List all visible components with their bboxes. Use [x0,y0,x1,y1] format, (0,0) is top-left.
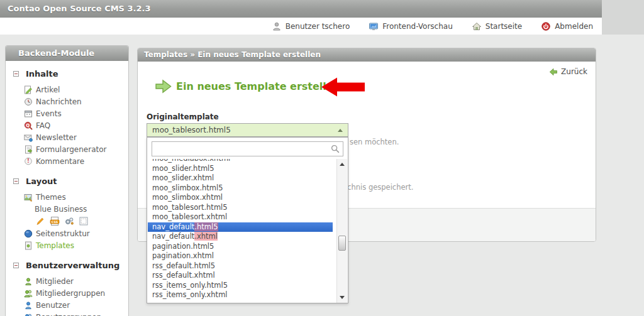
menu-frontend-preview-label: Frontend-Vorschau [382,22,453,31]
template-dropdown: moo_mediabox.xhtml moo_slider.html5 moo_… [147,137,348,303]
home-icon [472,21,482,31]
sidebar-group-benutzerverwaltung: Benutzerverwaltung Mitglieder Mitglieder… [13,260,128,316]
originaltemplate-label: Originaltemplate [147,112,219,121]
sidebar-item-formulargenerator[interactable]: Formulargenerator [24,143,128,155]
sidebar-item-events[interactable]: Events [24,107,128,119]
template-option[interactable]: moo_tablesort.xhtml [148,212,333,222]
highlighted-extension: .html5 [194,222,218,231]
template-option[interactable]: nav_default.xhtml [148,232,333,242]
menu-user-label: Benutzer tschero [286,22,350,31]
member-icon [24,277,33,286]
back-arrow-icon [549,68,558,76]
theme-actions-row: CSS [35,215,128,227]
sidebar-item-mitglieder[interactable]: Mitglieder [24,275,128,287]
dropdown-scrollbar[interactable] [336,159,347,303]
chevron-up-icon [338,129,343,132]
help-text-fragment: ichnis gespeichert. [345,183,413,192]
comments-icon: ! [24,157,33,166]
user-group-blue-icon [24,313,33,316]
template-option[interactable]: rss_default.html5 [148,261,333,271]
template-icon [24,241,33,250]
template-option-selected[interactable]: nav_default.html5 [148,222,333,232]
group-header-inhalte[interactable]: Inhalte [13,68,128,79]
page-layout-icon[interactable] [79,216,89,226]
form-icon [24,145,33,154]
collapse-minus-icon[interactable] [13,178,19,184]
window-title-bar: Contao Open Source CMS 3.2.3 [0,0,602,18]
sidebar-title: Backend-Module [6,46,128,61]
template-option[interactable]: moo_slider.xhtml [148,173,333,183]
sidebar-item-faq[interactable]: Q FAQ [24,119,128,131]
power-icon [541,21,551,31]
globe-icon [24,229,33,238]
headline-text: Ein neues Template erstellen [176,80,340,92]
newsletter-icon [24,133,33,142]
backend-module-panel: Backend-Module Inhalte Artikel Nachricht… [5,45,129,316]
template-option[interactable]: rss_items_only.xhtml [148,290,333,300]
scroll-up-icon[interactable] [340,163,345,166]
sidebar-item-newsletter[interactable]: Newsletter [24,131,128,143]
red-annotation-arrow [321,77,365,97]
sidebar-item-nachrichten[interactable]: Nachrichten [24,95,128,107]
new-template-arrow-icon [155,78,172,95]
template-option-list: moo_mediabox.xhtml moo_slider.html5 moo_… [148,159,333,303]
modules-gears-icon[interactable] [64,216,74,226]
edit-pencil-icon[interactable] [35,216,45,226]
member-group-icon [24,289,33,298]
group-label: Benutzerverwaltung [26,261,119,270]
originaltemplate-select[interactable]: moo_tablesort.html5 [147,123,348,137]
sidebar-group-layout: Layout Themes Blue Business CSS [13,176,128,251]
app-title: Contao Open Source CMS 3.2.3 [8,4,151,13]
sidebar-item-benutzergruppen[interactable]: Benutzergruppen [24,311,128,316]
menu-logout-label: Abmelden [555,22,593,31]
sidebar-item-theme-blue-business[interactable]: Blue Business [35,203,128,215]
sidebar-item-mitgliedergruppen[interactable]: Mitgliedergruppen [24,287,128,299]
template-option[interactable]: moo_slider.html5 [148,164,333,174]
group-header-benutzerverwaltung[interactable]: Benutzerverwaltung [13,260,128,270]
menu-home-label: Startseite [486,22,522,31]
template-option[interactable]: moo_mediabox.xhtml [148,159,333,164]
scrollbar-thumb[interactable] [338,236,346,251]
page-headline: Ein neues Template erstellen [155,78,340,95]
template-option[interactable]: pagination.xhtml [148,251,333,261]
svg-text:Q: Q [26,123,30,128]
template-search-input[interactable] [152,141,343,156]
back-link[interactable]: Zurück [549,67,587,76]
calendar-icon [24,109,33,118]
collapse-minus-icon[interactable] [13,263,19,268]
contao-backend: Contao Open Source CMS 3.2.3 Benutzer ts… [0,0,644,316]
template-option[interactable]: pagination.html5 [148,242,333,252]
news-icon [24,97,33,106]
article-icon [24,85,33,94]
user-blue-icon [24,301,33,310]
collapse-minus-icon[interactable] [13,71,19,77]
breadcrumb: Templates » Ein neues Template erstellen [138,48,596,62]
sidebar-item-themes[interactable]: Themes [24,191,128,203]
template-option[interactable]: moo_slimbox.html5 [148,183,333,193]
sidebar-item-artikel[interactable]: Artikel [24,84,128,95]
sidebar-item-seitenstruktur[interactable]: Seitenstruktur [24,227,128,239]
monitor-icon [369,21,379,31]
menu-frontend-preview[interactable]: Frontend-Vorschau [369,21,453,31]
template-option[interactable]: moo_tablesort.html5 [148,203,333,213]
svg-text:!: ! [27,158,30,164]
menu-home[interactable]: Startseite [472,21,522,31]
menu-user[interactable]: Benutzer tschero [272,21,350,31]
template-option[interactable]: rss_default.xhtml [148,271,333,281]
sidebar-item-templates[interactable]: Templates [24,239,128,251]
background-filler [602,0,644,35]
selected-template-value: moo_tablesort.html5 [152,126,231,134]
faq-icon: Q [24,121,33,130]
theme-icon [24,193,33,202]
css-file-icon[interactable]: CSS [50,216,60,226]
highlighted-extension: .xhtml [194,232,218,241]
svg-text:CSS: CSS [52,221,58,224]
sidebar-item-kommentare[interactable]: ! Kommentare [24,155,128,167]
group-header-layout[interactable]: Layout [13,176,128,186]
group-label: Inhalte [26,69,58,79]
template-option[interactable]: moo_slimbox.xhtml [148,193,333,203]
scroll-down-icon[interactable] [340,296,345,299]
template-option[interactable]: rss_items_only.html5 [148,281,333,291]
menu-logout[interactable]: Abmelden [541,21,593,31]
sidebar-item-benutzer[interactable]: Benutzer [24,299,128,311]
